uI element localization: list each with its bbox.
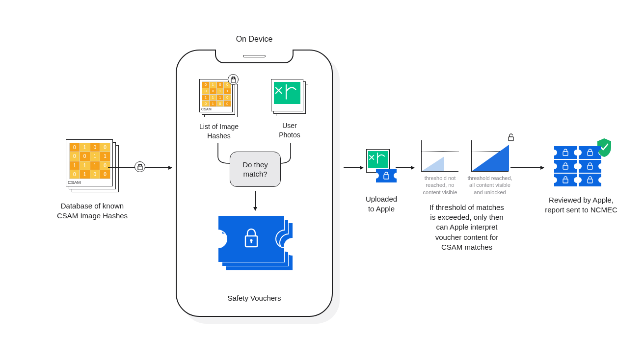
safety-vouchers-stack — [218, 215, 293, 274]
list-hashes-group: 0100001111100100 CSAM List of Image Hash… — [199, 79, 239, 141]
lock-icon — [228, 74, 239, 85]
stage5-label: Reviewed by Apple, report sent to NCMEC — [545, 195, 617, 215]
stage-database: 0100001111100100 CSAM Database of known … — [38, 139, 146, 221]
threshold-chart-reached — [471, 140, 509, 172]
stage4-label: If threshold of matches is exceeded, onl… — [429, 203, 504, 252]
list-hashes-label: List of Image Hashes — [199, 122, 239, 141]
mini-voucher-icon — [376, 169, 397, 182]
csam-grid-icon: 0100001111100100 — [69, 143, 110, 179]
csam-grid-icon: 0100001111100100 — [202, 81, 231, 107]
safety-vouchers-label: Safety Vouchers — [177, 293, 332, 303]
svg-marker-8 — [422, 156, 444, 171]
svg-rect-10 — [509, 137, 513, 141]
match-box: Do they match? — [230, 152, 281, 187]
photo-icon — [368, 151, 388, 168]
lock-icon — [134, 161, 145, 172]
review-vouchers-icon — [554, 144, 608, 186]
user-photos-group: User Photos — [271, 79, 308, 140]
on-device-title: On Device — [177, 35, 332, 44]
threshold-chart-not-reached — [421, 140, 458, 172]
mini-voucher-icon — [554, 174, 577, 188]
phone-outline: On Device 0100001111100100 CSAM List of … — [176, 50, 333, 317]
threshold-not-label: threshold not reached, no content visibl… — [423, 175, 457, 196]
stage-reviewed: Reviewed by Apple, report sent to NCMEC — [537, 144, 625, 215]
threshold-reached-label: threshold reached, all content visible a… — [467, 175, 512, 196]
phone-notch-icon — [215, 50, 294, 63]
user-photos-label: User Photos — [271, 121, 308, 140]
stage-threshold: threshold not reached, no content visibl… — [413, 140, 520, 252]
arrow-upload-to-threshold — [396, 167, 414, 168]
csam-tag: CSAM — [201, 107, 212, 111]
unlock-icon — [508, 133, 514, 141]
svg-marker-9 — [472, 145, 509, 171]
photo-icon — [274, 82, 300, 104]
mini-voucher-icon — [579, 146, 601, 161]
stage1-label: Database of known CSAM Image Hashes — [57, 201, 128, 221]
stage-uploaded: Uploaded to Apple — [354, 149, 408, 214]
csam-hash-stack: 0100001111100100 CSAM — [66, 139, 119, 192]
arrow-match-to-vouchers — [255, 191, 256, 210]
csam-tag: CSAM — [68, 180, 81, 185]
mini-voucher-icon — [579, 174, 601, 188]
stage3-label: Uploaded to Apple — [366, 194, 397, 214]
phone-speaker-icon — [243, 55, 266, 57]
mini-voucher-icon — [554, 160, 577, 175]
svg-rect-4 — [251, 240, 252, 243]
mini-voucher-icon — [579, 160, 601, 175]
mini-voucher-icon — [554, 146, 577, 161]
